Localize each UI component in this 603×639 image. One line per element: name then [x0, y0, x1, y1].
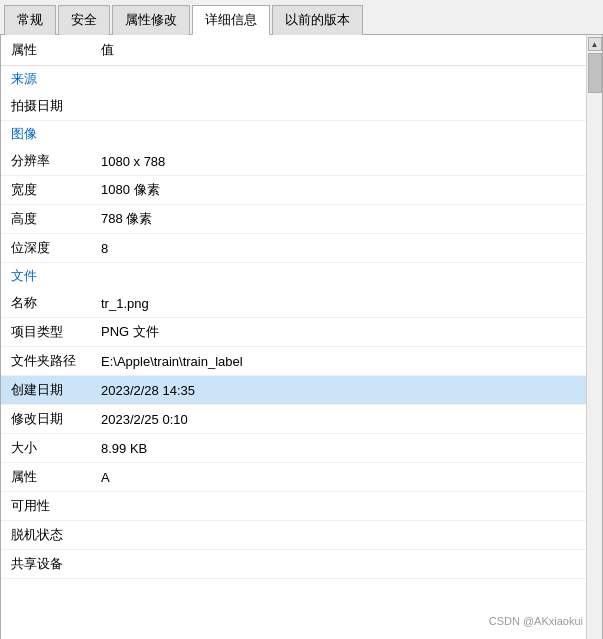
prop-value: 1080 x 788 — [91, 147, 586, 176]
table-row: 高度788 像素 — [1, 205, 586, 234]
table-row: 项目类型PNG 文件 — [1, 318, 586, 347]
table-row: 位深度8 — [1, 234, 586, 263]
prop-value: 8 — [91, 234, 586, 263]
prop-label: 分辨率 — [1, 147, 91, 176]
tab-property-edit[interactable]: 属性修改 — [112, 5, 190, 35]
prop-label: 项目类型 — [1, 318, 91, 347]
prop-label: 拍摄日期 — [1, 92, 91, 121]
table-row: 脱机状态 — [1, 521, 586, 550]
section-图像: 图像 — [1, 121, 586, 148]
watermark: CSDN @AKxiaokui — [489, 615, 583, 627]
prop-value — [91, 92, 586, 121]
tab-bar: 常规安全属性修改详细信息以前的版本 — [0, 0, 603, 35]
tab-security[interactable]: 安全 — [58, 5, 110, 35]
prop-value: 2023/2/28 14:35 — [91, 376, 586, 405]
table-row: 修改日期2023/2/25 0:10 — [1, 405, 586, 434]
prop-value: 1080 像素 — [91, 176, 586, 205]
table-row: 文件夹路径E:\Apple\train\train_label — [1, 347, 586, 376]
panel: 属性 值 来源拍摄日期图像分辨率1080 x 788宽度1080 像素高度788… — [0, 35, 603, 639]
prop-label: 名称 — [1, 289, 91, 318]
section-文件: 文件 — [1, 263, 586, 290]
prop-value — [91, 521, 586, 550]
prop-value: A — [91, 463, 586, 492]
prop-value: 8.99 KB — [91, 434, 586, 463]
table-row: 宽度1080 像素 — [1, 176, 586, 205]
section-来源: 来源 — [1, 66, 586, 93]
prop-label: 位深度 — [1, 234, 91, 263]
property-table: 属性 值 来源拍摄日期图像分辨率1080 x 788宽度1080 像素高度788… — [1, 35, 586, 579]
table-header: 属性 值 — [1, 35, 586, 66]
tab-details[interactable]: 详细信息 — [192, 5, 270, 35]
prop-label: 共享设备 — [1, 550, 91, 579]
prop-label: 宽度 — [1, 176, 91, 205]
table-row: 属性A — [1, 463, 586, 492]
prop-label: 属性 — [1, 463, 91, 492]
prop-value: tr_1.png — [91, 289, 586, 318]
prop-value: 788 像素 — [91, 205, 586, 234]
prop-value: E:\Apple\train\train_label — [91, 347, 586, 376]
prop-value: PNG 文件 — [91, 318, 586, 347]
col-prop-header: 属性 — [1, 35, 91, 66]
table-row: 大小8.99 KB — [1, 434, 586, 463]
prop-value: 2023/2/25 0:10 — [91, 405, 586, 434]
prop-value — [91, 492, 586, 521]
prop-label: 创建日期 — [1, 376, 91, 405]
prop-label: 脱机状态 — [1, 521, 91, 550]
scrollbar-up-button[interactable]: ▲ — [588, 37, 602, 51]
prop-label: 可用性 — [1, 492, 91, 521]
table-row: 可用性 — [1, 492, 586, 521]
prop-label: 大小 — [1, 434, 91, 463]
tab-previous-versions[interactable]: 以前的版本 — [272, 5, 363, 35]
scrollbar-thumb[interactable] — [588, 53, 602, 93]
col-val-header: 值 — [91, 35, 586, 66]
table-row: 拍摄日期 — [1, 92, 586, 121]
table-row: 分辨率1080 x 788 — [1, 147, 586, 176]
prop-value — [91, 550, 586, 579]
table-row: 共享设备 — [1, 550, 586, 579]
prop-label: 文件夹路径 — [1, 347, 91, 376]
table-row: 创建日期2023/2/28 14:35 — [1, 376, 586, 405]
content-area: 属性 值 来源拍摄日期图像分辨率1080 x 788宽度1080 像素高度788… — [1, 35, 586, 639]
prop-label: 高度 — [1, 205, 91, 234]
scrollbar-track: ▲ — [586, 35, 602, 639]
tab-general[interactable]: 常规 — [4, 5, 56, 35]
table-row: 名称tr_1.png — [1, 289, 586, 318]
prop-label: 修改日期 — [1, 405, 91, 434]
